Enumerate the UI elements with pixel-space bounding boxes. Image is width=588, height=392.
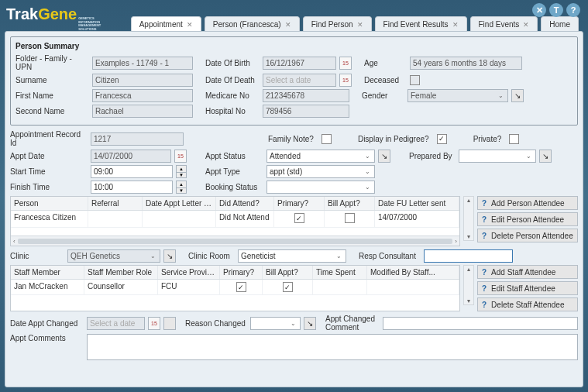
spin-down-icon[interactable]: ▼ bbox=[176, 172, 187, 179]
close-icon[interactable]: ✕ bbox=[187, 21, 193, 29]
help-icon[interactable]: ? bbox=[566, 3, 580, 17]
private-label: Private? bbox=[473, 135, 502, 143]
close-icon[interactable]: ✕ bbox=[285, 21, 291, 29]
tab-label: Person (Francesca) bbox=[213, 20, 281, 29]
clinic-tool-button[interactable]: ↘ bbox=[163, 249, 176, 263]
tab-person-francesca-[interactable]: Person (Francesca)✕ bbox=[205, 16, 300, 31]
logo-gene: Gene bbox=[38, 5, 77, 23]
chevron-down-icon: ⌄ bbox=[335, 253, 343, 260]
spin-down-icon[interactable]: ▼ bbox=[176, 187, 187, 194]
folder-label: Folder - Family - UPN bbox=[15, 54, 89, 71]
spin-up-icon[interactable]: ▲ bbox=[176, 181, 187, 187]
close-icon[interactable]: ✕ bbox=[452, 21, 459, 29]
column-header[interactable]: Time Spent bbox=[313, 266, 367, 279]
edit-person-attendee-button[interactable]: ?Edit Person Attendee bbox=[477, 212, 578, 226]
dob-calendar-icon[interactable]: 15 bbox=[339, 57, 352, 70]
prepared-by-tool-button[interactable]: ↘ bbox=[539, 150, 552, 163]
column-header[interactable]: Did Attend? bbox=[216, 197, 274, 210]
dob-value: 16/12/1967 bbox=[263, 57, 336, 70]
second-name-value: Rachael bbox=[92, 105, 193, 118]
text-tool-icon[interactable]: T bbox=[549, 3, 563, 17]
clinic-room-select[interactable]: Geneticist⌄ bbox=[238, 249, 346, 263]
prepared-by-label: Prepared By bbox=[409, 152, 456, 160]
staff-attendee-grid[interactable]: Staff MemberStaff Member RoleService Pro… bbox=[10, 265, 460, 311]
column-header[interactable]: Referral bbox=[88, 197, 143, 210]
surname-value: Citizen bbox=[92, 74, 193, 87]
column-header[interactable]: Primary? bbox=[220, 266, 263, 279]
appt-date-label: Appt Date bbox=[10, 152, 88, 160]
column-header[interactable]: Bill Appt? bbox=[263, 266, 313, 279]
column-header[interactable]: Modified By Staff... bbox=[367, 266, 459, 279]
gender-tool-button[interactable]: ↘ bbox=[511, 89, 524, 102]
appt-status-select[interactable]: Attended⌄ bbox=[266, 150, 375, 163]
bill-checkbox[interactable]: ✓ bbox=[283, 282, 293, 292]
dod-calendar-icon[interactable]: 15 bbox=[339, 74, 352, 87]
private-checkbox[interactable] bbox=[509, 134, 519, 144]
content-pane: Person Summary Folder - Family - UPN Exa… bbox=[5, 31, 583, 387]
add-person-attendee-button[interactable]: ?Add Person Attendee bbox=[477, 196, 578, 210]
person-attendee-grid[interactable]: PersonReferralDate Appt Letter s...Did A… bbox=[10, 196, 460, 246]
start-time-spinner[interactable]: ▲▼ bbox=[176, 165, 187, 178]
medicare-value: 212345678 bbox=[263, 89, 349, 102]
column-header[interactable]: Primary? bbox=[274, 197, 325, 210]
delete-staff-attendee-button[interactable]: ?Delete Staff Attendee bbox=[477, 297, 578, 311]
chevron-down-icon: ⌄ bbox=[497, 92, 505, 99]
date-appt-changed-calendar-icon[interactable]: 15 bbox=[148, 317, 160, 330]
tab-find-events[interactable]: Find Events✕ bbox=[470, 16, 538, 31]
primary-checkbox[interactable]: ✓ bbox=[236, 282, 246, 292]
appt-status-tool-button[interactable]: ↘ bbox=[378, 150, 390, 163]
resp-consultant-input[interactable] bbox=[424, 249, 513, 263]
display-pedigree-checkbox[interactable]: ✓ bbox=[437, 134, 447, 144]
cell-primary: ✓ bbox=[220, 280, 263, 294]
primary-checkbox[interactable]: ✓ bbox=[294, 213, 304, 223]
appt-type-select[interactable]: appt (std)⌄ bbox=[266, 165, 375, 178]
chevron-down-icon: ⌄ bbox=[149, 253, 157, 260]
clinic-select[interactable]: QEH Genetics⌄ bbox=[67, 249, 160, 263]
bill-checkbox[interactable] bbox=[345, 213, 355, 223]
close-icon[interactable]: ✕ bbox=[357, 21, 363, 29]
start-time-input[interactable]: 09:00 bbox=[91, 165, 173, 178]
column-header[interactable]: Staff Member bbox=[11, 266, 84, 279]
surname-label: Surname bbox=[15, 76, 89, 84]
date-appt-changed-label: Date Appt Changed bbox=[10, 319, 84, 328]
medicare-label: Medicare No bbox=[205, 91, 260, 100]
tab-find-event-results[interactable]: Find Event Results✕ bbox=[375, 16, 467, 31]
column-header[interactable]: Date FU Letter sent bbox=[375, 197, 459, 210]
column-header[interactable]: Date Appt Letter s... bbox=[143, 197, 216, 210]
appt-date-calendar-icon[interactable]: 15 bbox=[174, 150, 187, 163]
finish-time-spinner[interactable]: ▲▼ bbox=[176, 181, 187, 194]
close-app-icon[interactable]: ✕ bbox=[532, 3, 546, 17]
cell-bill bbox=[325, 211, 375, 227]
reason-changed-tool-button[interactable]: ↘ bbox=[304, 317, 316, 330]
tab-find-person[interactable]: Find Person✕ bbox=[303, 16, 372, 31]
table-row[interactable]: Jan McCracken Counsellor FCU ✓ ✓ bbox=[11, 280, 459, 295]
vertical-scrollbar[interactable]: ▴▾ bbox=[463, 265, 474, 305]
appt-comments-textarea[interactable] bbox=[87, 334, 578, 360]
table-row[interactable]: Francesca Citizen Did Not Attend ✓ 14/07… bbox=[11, 211, 459, 228]
date-appt-changed-clear-button[interactable] bbox=[163, 317, 176, 330]
edit-staff-attendee-button[interactable]: ?Edit Staff Attendee bbox=[477, 281, 578, 295]
chevron-down-icon: ⌄ bbox=[363, 168, 372, 175]
spin-up-icon[interactable]: ▲ bbox=[176, 165, 187, 172]
appt-status-label: Appt Status bbox=[205, 152, 263, 160]
column-header[interactable]: Person bbox=[11, 197, 88, 210]
column-header[interactable]: Staff Member Role bbox=[84, 266, 158, 279]
delete-person-attendee-button[interactable]: ?Delete Person Attendee bbox=[477, 229, 578, 242]
appt-changed-comment-input[interactable] bbox=[383, 317, 578, 330]
date-appt-changed-value: Select a date bbox=[87, 317, 145, 330]
finish-time-input[interactable]: 10:00 bbox=[91, 181, 173, 194]
tab-appointment[interactable]: Appointment✕ bbox=[131, 16, 201, 31]
add-staff-attendee-button[interactable]: ?Add Staff Attendee bbox=[477, 265, 578, 279]
reason-changed-select[interactable]: ⌄ bbox=[250, 317, 301, 330]
prepared-by-select[interactable]: ⌄ bbox=[459, 150, 536, 163]
family-note-checkbox[interactable] bbox=[322, 134, 332, 144]
gender-select[interactable]: Female⌄ bbox=[407, 89, 508, 102]
close-icon[interactable]: ✕ bbox=[523, 21, 529, 29]
booking-status-select[interactable]: ⌄ bbox=[266, 181, 375, 194]
column-header[interactable]: Service Provider bbox=[158, 266, 220, 279]
vertical-scrollbar[interactable]: ▴▾ bbox=[463, 196, 474, 241]
tab-label: Find Person bbox=[311, 20, 353, 29]
column-header[interactable]: Bill Appt? bbox=[325, 197, 375, 210]
horizontal-scrollbar[interactable]: ‹› bbox=[11, 236, 459, 246]
booking-status-label: Booking Status bbox=[205, 183, 263, 191]
